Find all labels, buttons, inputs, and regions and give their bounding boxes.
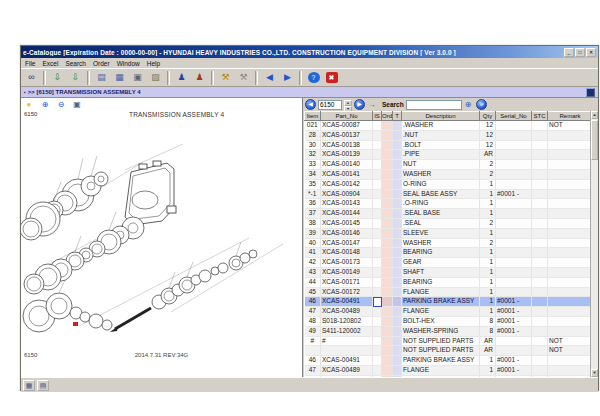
search-input[interactable] [406,100,462,110]
cell-serial_no[interactable] [496,238,532,248]
cell-ord[interactable] [382,248,393,258]
cell-qty[interactable]: 1 [480,248,496,258]
table-row[interactable]: 45XCAS-00172FLANGE1 [305,287,593,297]
table-row[interactable]: 47XCAS-00489FLANGE1#0001 - [305,307,593,317]
next-page-button[interactable]: ▶ [354,99,365,110]
scrollbar-thumb[interactable] [591,120,598,160]
cell-remark[interactable] [548,238,593,248]
cell-item[interactable]: 021 [305,121,321,131]
cell-description[interactable]: NUT [402,160,480,170]
cell-ord[interactable] [382,209,393,219]
table-row[interactable]: 32XCAS-00139.PIPEAR [305,150,593,160]
cell-is[interactable] [373,365,382,375]
cell-ord[interactable] [382,365,393,375]
col-t[interactable]: T [393,112,402,121]
minimize-button[interactable]: _ [564,48,574,57]
cell-stc[interactable] [532,356,548,366]
cell-is[interactable] [373,160,382,170]
cell-item[interactable]: 38 [305,218,321,228]
cell-stc[interactable] [532,238,548,248]
scroll-down-icon[interactable]: ▼ [591,369,598,377]
table-row[interactable]: 28XCAS-00137.NUT12 [305,130,593,140]
cell-qty[interactable]: 12 [480,121,496,131]
cell-item[interactable]: 43 [305,267,321,277]
table-row[interactable]: 48S018-120802BOLT-HEX8#0001 - [305,375,593,377]
cell-ord[interactable] [382,258,393,268]
cell-remark[interactable] [548,307,593,317]
cell-remark[interactable] [548,316,593,326]
cell-serial_no[interactable]: #0001 - [496,189,532,199]
cell-serial_no[interactable] [496,218,532,228]
search-binoculars-button[interactable]: ∞ [23,70,40,86]
cell-ord[interactable] [382,121,393,131]
cell-part_no[interactable]: XCAS-00142 [321,179,373,189]
cell-ord[interactable] [382,140,393,150]
cell-stc[interactable] [532,169,548,179]
cell-part_no[interactable]: XCAS-00491 [321,297,373,307]
cell-stc[interactable] [532,277,548,287]
cell-t[interactable] [393,179,402,189]
cell-t[interactable] [393,277,402,287]
cell-remark[interactable] [548,160,593,170]
cell-ord[interactable] [382,199,393,209]
cell-is[interactable] [373,346,382,356]
cell-is[interactable] [373,326,382,336]
cell-t[interactable] [393,326,402,336]
cell-serial_no[interactable] [496,150,532,160]
cell-part_no[interactable]: XCAS-00489 [321,365,373,375]
cell-ord[interactable] [382,316,393,326]
col-is[interactable]: IS [373,112,382,121]
cell-description[interactable]: SLEEVE [402,228,480,238]
cell-remark[interactable] [548,248,593,258]
cell-is[interactable] [373,375,382,377]
cell-serial_no[interactable]: #0001 - [496,316,532,326]
page-number-input[interactable] [318,100,342,110]
table-scrollbar[interactable]: ▲ ▼ [590,111,598,377]
cell-is[interactable] [373,169,382,179]
cell-stc[interactable] [532,307,548,317]
image-button[interactable]: ▨ [147,70,164,86]
close-button[interactable]: ✕ [586,48,596,57]
table-row[interactable]: 43XCAS-00149SHAFT1 [305,267,593,277]
cell-description[interactable]: WASHER [402,169,480,179]
cell-part_no[interactable]: # [321,336,373,346]
cell-item[interactable]: 47 [305,307,321,317]
cell-ord[interactable] [382,218,393,228]
cell-ord[interactable] [382,130,393,140]
cell-qty[interactable]: 1 [480,277,496,287]
cell-remark[interactable] [548,169,593,179]
cell-qty[interactable]: AR [480,346,496,356]
cell-description[interactable]: FLANGE [402,365,480,375]
cell-t[interactable] [393,189,402,199]
cell-remark[interactable] [548,287,593,297]
col-remark[interactable]: Remark [548,112,593,121]
cell-qty[interactable]: 1 [480,199,496,209]
cell-qty[interactable]: 2 [480,160,496,170]
cell-remark[interactable] [548,150,593,160]
cell-t[interactable] [393,238,402,248]
cell-description[interactable]: .WASHER [402,121,480,131]
zoom-out-button[interactable]: ⊖ [55,99,67,110]
cell-remark[interactable] [548,199,593,209]
cell-ord[interactable] [382,326,393,336]
table-row[interactable]: 41XCAS-00148BEARING1 [305,248,593,258]
cell-stc[interactable] [532,189,548,199]
cell-qty[interactable]: 2 [480,169,496,179]
scroll-up-icon[interactable]: ▲ [591,111,598,119]
save-button[interactable]: ▦ [111,70,128,86]
table-row[interactable]: 48S018-120802BOLT-HEX8#0001 - [305,316,593,326]
cell-description[interactable]: GEAR [402,258,480,268]
cell-item[interactable]: 34 [305,169,321,179]
table-row[interactable]: 46XCAS-00491PARKING BRAKE ASSY1#0001 - [305,297,593,307]
table-row[interactable]: 33XCAS-00140NUT2 [305,160,593,170]
cell-part_no[interactable]: XCAS-00145 [321,218,373,228]
cell-part_no[interactable]: XCAS-00489 [321,307,373,317]
cell-description[interactable]: WASHER [402,238,480,248]
cell-is[interactable] [373,209,382,219]
cell-qty[interactable]: AR [480,150,496,160]
cell-ord[interactable] [382,189,393,199]
table-row[interactable]: 49S411-120002WASHER-SPRING8#0001 - [305,326,593,336]
document-button[interactable]: ▤ [93,70,110,86]
cell-qty[interactable]: 1 [480,307,496,317]
cell-is[interactable] [373,307,382,317]
